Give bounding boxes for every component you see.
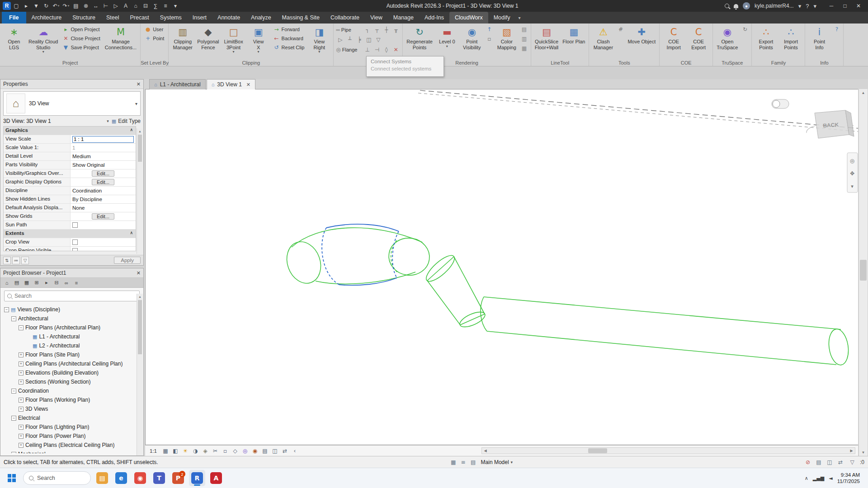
- collapse-bar-icon[interactable]: ‹: [291, 447, 299, 455]
- ribbon-tab-insert[interactable]: Insert: [187, 12, 212, 23]
- user-name[interactable]: kyle.palmerR4...: [755, 3, 794, 9]
- property-checkbox[interactable]: [72, 248, 78, 251]
- clipping-manager-button[interactable]: ▥ClippingManager: [171, 25, 194, 51]
- sync-icon[interactable]: ↻: [42, 1, 51, 10]
- tree-expander-icon[interactable]: +: [19, 407, 24, 412]
- elbow-fitting-button[interactable]: ┐: [363, 25, 372, 34]
- steering-wheel-icon[interactable]: ◎: [850, 158, 854, 164]
- scroll-left-icon[interactable]: ◀: [482, 448, 489, 454]
- browser-scroll-thumb[interactable]: [138, 300, 142, 354]
- scroll-right-icon[interactable]: ▶: [848, 448, 855, 454]
- browser-families-icon[interactable]: ▸: [42, 279, 51, 287]
- polygonal-fence-button[interactable]: ◆PolygonalFence: [196, 25, 220, 51]
- tree-item-floor-plans-working-plan-[interactable]: +Floor Plans (Working Plan): [0, 395, 143, 404]
- pipe-accessory-button[interactable]: ▷: [336, 35, 344, 44]
- tree-item-l2-architectural[interactable]: ▦L2 - Architectural: [0, 341, 143, 350]
- vertical-scrollbar[interactable]: ▲ ▼: [859, 89, 868, 456]
- view-tab-close-icon[interactable]: ✕: [246, 82, 250, 88]
- tree-expander-icon[interactable]: +: [19, 443, 24, 448]
- view-right-button[interactable]: ◨ViewRight▾: [307, 25, 331, 54]
- color-mode-3-button[interactable]: ▦: [520, 44, 528, 52]
- browser-scrollbar[interactable]: ▲: [137, 294, 143, 455]
- taskbar-app-teams[interactable]: T: [151, 470, 167, 486]
- open-file-icon[interactable]: ▸: [22, 1, 31, 10]
- temporary-view-properties-icon[interactable]: ▤: [261, 447, 269, 455]
- set-level-by-user-button[interactable]: ●User: [143, 25, 166, 33]
- ribbon-tab-manage[interactable]: Manage: [388, 12, 419, 23]
- properties-close-icon[interactable]: ✕: [137, 81, 141, 87]
- help-icon[interactable]: ?: [806, 3, 809, 9]
- hidden-icons[interactable]: ∧: [805, 475, 808, 481]
- customize-qat-icon[interactable]: ▾: [171, 1, 180, 10]
- close-hidden-icon[interactable]: ⊗: [81, 1, 90, 10]
- section-icon[interactable]: ⊟: [141, 1, 150, 10]
- ribbon-tab-architecture[interactable]: Architecture: [26, 12, 67, 23]
- avatar[interactable]: ●: [743, 2, 750, 9]
- ribbon-tab-massing-site[interactable]: Massing & Site: [277, 12, 325, 23]
- edit-type-button[interactable]: ▦ Edit Type: [112, 118, 141, 124]
- tree-item-ceiling-plans-architectural-ceiling-plan-[interactable]: +Ceiling Plans (Architectural Ceiling Pl…: [0, 359, 143, 368]
- taskbar-app-edge-browser[interactable]: e: [113, 470, 129, 486]
- browser-search-input[interactable]: [14, 293, 137, 299]
- tree-expander-icon[interactable]: −: [11, 389, 16, 394]
- worksharing-display-icon[interactable]: ◫: [271, 447, 279, 455]
- volume-icon[interactable]: ◄: [829, 475, 832, 481]
- ribbon-tab-modify[interactable]: Modify: [488, 12, 516, 23]
- point-visibility-button[interactable]: ◉PointVisibility: [460, 25, 484, 51]
- color-mode-1-button[interactable]: ▤: [520, 25, 528, 33]
- property-checkbox[interactable]: [72, 239, 78, 245]
- temporary-hide-isolate-icon[interactable]: ◎: [241, 447, 249, 455]
- tree-item-3d-views[interactable]: +3D Views: [0, 404, 143, 413]
- level-selector-button[interactable]: ▬Level 0▾: [435, 25, 459, 49]
- reference-plane-line-2[interactable]: [418, 93, 858, 131]
- pipe-diagonal-segment[interactable]: [423, 252, 487, 330]
- rendering-dialog-icon[interactable]: ◈: [201, 447, 209, 455]
- selected-pipe-segment[interactable]: [322, 224, 399, 285]
- property-section-extents[interactable]: Extents∧: [4, 230, 136, 238]
- tee-fitting-button[interactable]: ┬: [373, 25, 381, 34]
- offset-fitting-button[interactable]: ⊣: [373, 45, 381, 54]
- tree-item-ceiling-plans-electrical-ceiling-plan-[interactable]: +Ceiling Plans (Electrical Ceiling Plan): [0, 441, 143, 450]
- property-input[interactable]: [72, 136, 134, 143]
- export-points-button[interactable]: ∴ExportPoints: [754, 25, 778, 51]
- save-file-icon[interactable]: ▼: [32, 1, 41, 10]
- tree-expander-icon[interactable]: +: [19, 434, 24, 439]
- color-mode-2-button[interactable]: ▥: [520, 34, 528, 43]
- cap-fitting-button[interactable]: ╞: [355, 35, 363, 44]
- clash-manager-button[interactable]: ⚠ClashManager: [591, 25, 615, 51]
- select-links-icon[interactable]: ⇄: [836, 458, 844, 466]
- new-file-icon[interactable]: ▢: [12, 1, 21, 10]
- ribbon-tab-add-ins[interactable]: Add-Ins: [419, 12, 449, 23]
- browser-links-icon[interactable]: ∞: [62, 279, 71, 287]
- delete-fitting-button[interactable]: ✕: [392, 45, 400, 54]
- taskbar-app-revit[interactable]: R: [189, 470, 205, 486]
- redo-icon[interactable]: ↷▾: [61, 1, 71, 10]
- type-selector[interactable]: ⌂ 3D View ▾: [3, 91, 141, 116]
- viewcube-face-label[interactable]: BACK: [823, 122, 839, 129]
- view-tab-3d-view-1[interactable]: ⌂3D View 1✕: [207, 79, 255, 89]
- connect-selected-systems-item[interactable]: Connect selected systems: [367, 65, 443, 72]
- cross-fitting-button[interactable]: ┼: [382, 25, 391, 34]
- press-drag-icon[interactable]: ◫: [826, 458, 834, 466]
- sort-filter-icon[interactable]: ▽: [21, 257, 29, 264]
- ribbon-tab-analyze[interactable]: Analyze: [245, 12, 276, 23]
- point-info-button[interactable]: iPointInfo: [807, 25, 831, 51]
- browser-sheets-icon[interactable]: ▦: [23, 279, 31, 287]
- browser-scroll-up-icon[interactable]: ▲: [137, 294, 143, 300]
- close-project-button[interactable]: ✕Close Project: [61, 34, 102, 42]
- valve-fitting-button[interactable]: ▽: [374, 35, 382, 44]
- tag-icon[interactable]: ▷: [111, 1, 120, 10]
- project-browser-close-icon[interactable]: ✕: [137, 270, 141, 276]
- network-icon[interactable]: ▂▄▆: [813, 475, 824, 481]
- reveal-hidden-icon[interactable]: ◉: [251, 447, 259, 455]
- detail-level-icon[interactable]: ▦: [161, 447, 170, 455]
- filter-icon[interactable]: ▽: [848, 458, 856, 466]
- taskbar-app-acrobat[interactable]: A: [208, 470, 224, 486]
- measure-icon[interactable]: ↔: [91, 1, 100, 10]
- limitbox-3point-button[interactable]: □LimitBox3Point▾: [222, 25, 245, 54]
- taskbar-app-chrome-browser[interactable]: ◉: [132, 470, 148, 486]
- design-options-control[interactable]: Main Model ▾: [481, 459, 513, 465]
- browser-settings-icon[interactable]: ≡: [72, 279, 80, 287]
- shadows-icon[interactable]: ◑: [191, 447, 199, 455]
- text-icon[interactable]: A: [121, 1, 130, 10]
